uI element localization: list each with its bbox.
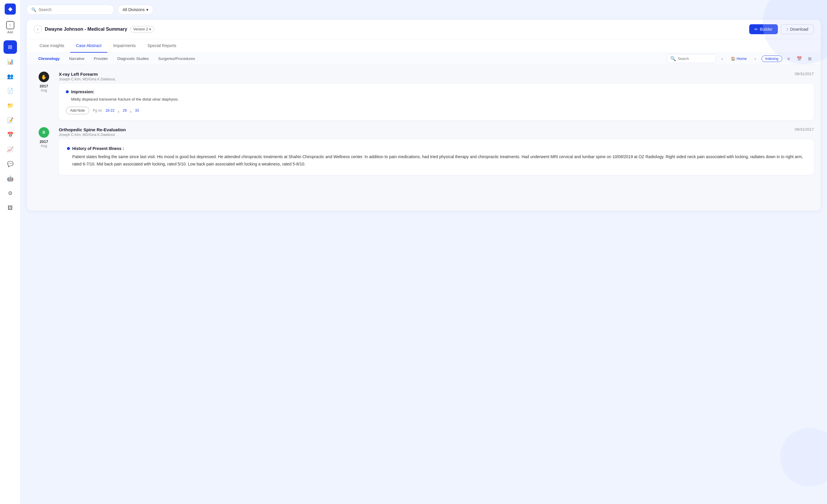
doc-title: Dwayne Johnson - Medical Summary	[45, 26, 127, 32]
sub-nav: Chronology Narrative Provider Diagnostic…	[27, 53, 821, 65]
version-badge[interactable]: Version 2 ▾	[130, 26, 154, 33]
document-card: ‹ Dwayne Johnson - Medical Summary Versi…	[26, 19, 821, 211]
sidebar-item-folder[interactable]: 📁	[3, 99, 17, 112]
timeline-body-2: Orthopedic Spine Re-Evaluation Joseph C.…	[59, 127, 814, 175]
entry-month-2: Aug	[41, 144, 47, 148]
download-icon: ↑	[786, 27, 788, 32]
sub-nav-search-input[interactable]	[678, 57, 713, 61]
tab-special-reports[interactable]: Special Reports	[142, 39, 182, 53]
search-icon: 🔍	[31, 7, 36, 12]
search-box[interactable]: 🔍	[26, 5, 114, 15]
entry-header-2: Orthopedic Spine Re-Evaluation Joseph C.…	[59, 127, 814, 137]
sidebar-item-settings[interactable]: ⚙	[3, 186, 17, 200]
history-dot	[67, 147, 70, 150]
main-tabs: Case Insights Case Abstract Impairments …	[27, 39, 821, 53]
detail-actions-1: Add Note Pg no 18-22 , 29 , 33	[66, 107, 807, 114]
grid-view-icon[interactable]: ⊞	[806, 55, 814, 63]
history-label: History of Present Illness :	[72, 146, 124, 151]
entry-title-1: X-ray Left Forearm	[59, 72, 116, 76]
entry-title-2: Orthopedic Spine Re-Evaluation	[59, 127, 126, 132]
download-button[interactable]: ↑ Download	[781, 24, 814, 34]
entry-date-1: 08/31/2017	[795, 72, 814, 76]
builder-button[interactable]: ✏ Builder	[749, 24, 778, 34]
search-input[interactable]	[39, 7, 109, 12]
home-icon: 🏠	[731, 56, 735, 61]
history-title: History of Present Illness :	[67, 146, 806, 151]
app-logo: ◈	[5, 3, 16, 15]
entry-doctor-2: Joseph C.Kim, MD/Gina K.Dalebout	[59, 133, 126, 137]
pg-sep-1: ,	[118, 108, 119, 113]
entry-doctor-1: Joseph C.Kim, MD/Gina K.Dalebout,	[59, 77, 116, 81]
builder-label: Builder	[760, 27, 773, 32]
version-chevron-icon: ▾	[149, 27, 151, 31]
sidebar-item-grid[interactable]: ⊞	[3, 40, 17, 54]
subnav-diagnostic[interactable]: Diagnostic Studies	[113, 53, 154, 64]
sidebar-item-ai[interactable]: 🤖	[3, 172, 17, 185]
sidebar-item-gallery[interactable]: 🖼	[3, 201, 17, 215]
timeline-dot-2: B	[39, 127, 49, 138]
pg-link-2[interactable]: 29	[123, 108, 127, 113]
entry-date-2: 08/31/2017	[795, 127, 814, 131]
entry-year-1: 2017	[40, 84, 48, 88]
entry-month-1: Aug	[41, 88, 47, 92]
sub-nav-search-box[interactable]: 🔍	[667, 54, 716, 63]
detail-card-1: Impression: Mildly displaced transverse …	[59, 83, 814, 120]
impression-title: Impression:	[66, 90, 807, 94]
timeline-dot-1: ✋	[39, 72, 49, 82]
add-label: Add	[7, 31, 13, 34]
sidebar-item-users[interactable]: 👥	[3, 69, 17, 83]
impression-label: Impression:	[71, 90, 94, 94]
timeline-body-1: X-ray Left Forearm Joseph C.Kim, MD/Gina…	[59, 72, 814, 120]
add-icon: ↑	[6, 21, 14, 29]
version-label: Version 2	[133, 27, 148, 31]
content-area: ✋ 2017 Aug X-ray Left Forearm Joseph C.K…	[27, 65, 821, 211]
pg-label: Pg no	[93, 108, 102, 113]
pg-sep-2: ,	[130, 108, 131, 113]
doc-header: ‹ Dwayne Johnson - Medical Summary Versi…	[27, 19, 821, 39]
sidebar-item-chat[interactable]: 💬	[3, 157, 17, 171]
impression-text: Mildly displaced transverse fracture of …	[71, 97, 807, 103]
subnav-surgeries[interactable]: Surgeries/Procedures	[154, 53, 200, 64]
history-card: History of Present Illness : Patient sta…	[59, 139, 814, 175]
doc-title-area: ‹ Dwayne Johnson - Medical Summary Versi…	[34, 25, 154, 33]
prev-arrow[interactable]: ‹	[719, 55, 726, 63]
divisions-button[interactable]: All Divisions ▾	[117, 5, 153, 15]
calendar-icon[interactable]: 📅	[795, 55, 803, 63]
timeline-entry-2: B 2017 Aug Orthopedic Spine Re-Evaluatio…	[34, 127, 814, 175]
tab-case-abstract[interactable]: Case Abstract	[70, 39, 107, 53]
pg-link-3[interactable]: 33	[135, 108, 139, 113]
divisions-label: All Divisions	[123, 7, 145, 12]
list-view-icon[interactable]: ≡	[785, 55, 793, 63]
next-arrow[interactable]: ›	[751, 55, 759, 63]
download-label: Download	[790, 27, 808, 32]
entry-header-1: X-ray Left Forearm Joseph C.Kim, MD/Gina…	[59, 72, 814, 81]
sidebar-nav: ⊞ 📊 👥 📄 📁 📝 📅 📈 💬 🤖 ⚙ 🖼	[0, 40, 20, 215]
doc-actions: ✏ Builder ↑ Download	[749, 24, 814, 34]
tab-impairments[interactable]: Impairments	[107, 39, 142, 53]
timeline-left-2: B 2017 Aug	[34, 127, 54, 175]
indexing-badge[interactable]: Indexing	[762, 56, 782, 62]
sidebar-item-chart[interactable]: 📊	[3, 55, 17, 68]
main-content: 🔍 All Divisions ▾ ‹ Dwayne Johnson - Med…	[20, 0, 827, 504]
back-button[interactable]: ‹	[34, 25, 42, 33]
sidebar-item-calendar[interactable]: 📅	[3, 128, 17, 142]
subnav-narrative[interactable]: Narrative	[64, 53, 89, 64]
sidebar-item-analytics[interactable]: 📈	[3, 143, 17, 156]
sub-nav-right: 🔍 ‹ 🏠 Home › Indexing ≡ 📅 ⊞	[667, 54, 814, 63]
add-note-button[interactable]: Add Note	[66, 107, 89, 114]
tab-case-insights[interactable]: Case Insights	[34, 39, 70, 53]
sidebar: ◈ ↑ Add ⊞ 📊 👥 📄 📁 📝 📅 📈 💬 🤖 ⚙ 🖼	[0, 0, 20, 504]
sidebar-item-doc[interactable]: 📄	[3, 84, 17, 98]
impression-dot	[66, 90, 69, 93]
entry-year-2: 2017	[40, 139, 48, 144]
sidebar-item-notes[interactable]: 📝	[3, 113, 17, 127]
home-label: Home	[737, 56, 747, 61]
chevron-down-icon: ▾	[146, 7, 148, 12]
home-button[interactable]: 🏠 Home	[728, 55, 749, 62]
builder-icon: ✏	[755, 27, 758, 32]
subnav-chronology[interactable]: Chronology	[34, 53, 64, 64]
add-button[interactable]: ↑ Add	[4, 19, 16, 36]
pg-link-1[interactable]: 18-22	[105, 108, 114, 113]
subnav-provider[interactable]: Provider	[89, 53, 113, 64]
topbar: 🔍 All Divisions ▾	[26, 5, 821, 15]
